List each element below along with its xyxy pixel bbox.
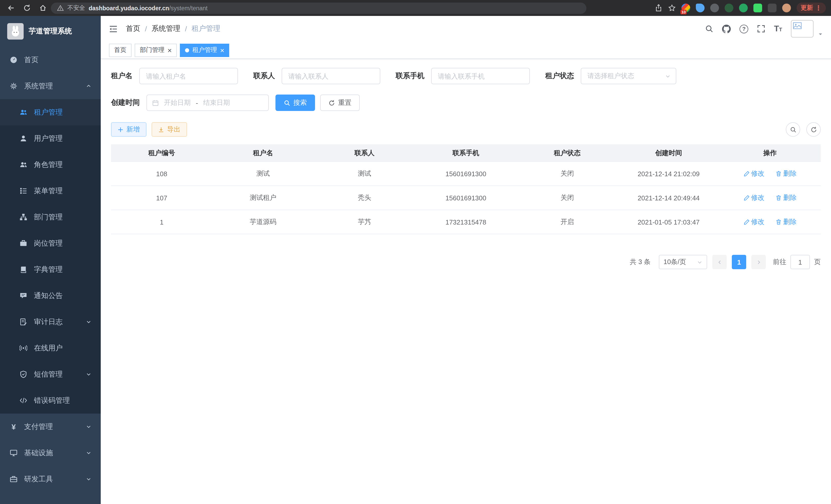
export-button[interactable]: 导出	[152, 122, 187, 137]
breadcrumb-current: 租户管理	[192, 24, 221, 33]
date-start-placeholder[interactable]: 开始日期	[164, 98, 191, 108]
breadcrumb-home[interactable]: 首页	[126, 24, 140, 33]
col-header: 联系人	[314, 148, 415, 157]
share-icon[interactable]	[655, 4, 662, 12]
sidebar-item-dict[interactable]: 字典管理	[0, 256, 101, 283]
sidebar-item-system[interactable]: 系统管理	[0, 73, 101, 99]
chevron-down-icon	[86, 319, 91, 325]
browser-menu-icon[interactable]: ⋮	[815, 4, 822, 12]
extension-icon[interactable]	[710, 4, 719, 12]
sidebar-item-dev-tools[interactable]: 研发工具	[0, 466, 101, 492]
page-number-button[interactable]: 1	[732, 255, 746, 269]
edit-link[interactable]: 修改	[743, 193, 765, 202]
breadcrumb-system[interactable]: 系统管理	[152, 24, 180, 33]
extension-icon[interactable]	[725, 4, 733, 12]
browser-reload-icon[interactable]	[23, 4, 31, 12]
status-select[interactable]: 请选择租户状态	[581, 68, 676, 84]
search-button[interactable]: 搜索	[276, 94, 315, 111]
sidebar-item-label: 租户管理	[34, 108, 63, 117]
url-path: /system/tenant	[169, 5, 208, 11]
reset-button[interactable]: 重置	[320, 94, 360, 111]
export-label: 导出	[167, 125, 180, 134]
toggle-search-button[interactable]	[786, 122, 800, 137]
extension-icon[interactable]	[768, 4, 776, 12]
sidebar-item-audit-log[interactable]: 审计日志	[0, 309, 101, 335]
contact-input[interactable]	[282, 68, 380, 84]
date-range-picker[interactable]: 开始日期 - 结束日期	[146, 94, 269, 111]
cell-phone: 15601691300	[415, 194, 517, 202]
sidebar-item-tenant[interactable]: 租户管理	[0, 99, 101, 125]
col-header: 创建时间	[618, 148, 719, 157]
tenant-name-input[interactable]	[139, 68, 238, 84]
sidebar-item-menu[interactable]: 菜单管理	[0, 178, 101, 204]
help-icon[interactable]	[740, 24, 748, 33]
sidebar-item-sms[interactable]: 短信管理	[0, 361, 101, 387]
sidebar-item-role[interactable]: 角色管理	[0, 152, 101, 178]
sidebar-item-post[interactable]: 岗位管理	[0, 230, 101, 256]
fullscreen-icon[interactable]	[757, 25, 765, 33]
page-unit-label: 页	[814, 258, 821, 267]
edit-link[interactable]: 修改	[743, 217, 765, 227]
sidebar-item-error-code[interactable]: 错误码管理	[0, 387, 101, 414]
sidebar-item-label: 用户管理	[34, 134, 63, 143]
add-button[interactable]: 新增	[111, 122, 146, 137]
bookmark-star-icon[interactable]	[668, 4, 676, 12]
phone-input[interactable]	[431, 68, 530, 84]
avatar[interactable]	[791, 20, 813, 37]
extension-badge: 10	[681, 10, 687, 14]
chevron-down-icon	[86, 450, 91, 456]
breadcrumb-separator: /	[185, 25, 187, 33]
page-size-select[interactable]: 10条/页	[659, 255, 707, 269]
extension-icon[interactable]	[782, 4, 791, 12]
sidebar-item-label: 通知公告	[34, 291, 63, 300]
url-bar[interactable]: 不安全 dashboard.yudao.iocoder.cn/system/te…	[51, 2, 586, 13]
edit-label: 修改	[751, 169, 765, 178]
app-logo-row[interactable]: 芋道管理系统	[0, 16, 101, 47]
close-icon[interactable]	[220, 47, 224, 54]
extension-icon[interactable]	[753, 4, 762, 12]
sidebar-item-pay[interactable]: 支付管理	[0, 414, 101, 440]
sidebar-fold-icon[interactable]	[109, 24, 118, 33]
tab-home[interactable]: 首页	[109, 43, 132, 57]
font-size-icon[interactable]	[774, 25, 782, 33]
security-label: 不安全	[67, 4, 85, 12]
tab-tenant[interactable]: 租户管理	[180, 43, 229, 57]
security-warning-icon[interactable]	[57, 5, 64, 11]
prev-page-button[interactable]	[712, 255, 727, 269]
sidebar-item-online-users[interactable]: 在线用户	[0, 335, 101, 361]
cell-status: 关闭	[516, 169, 618, 178]
edit-label: 修改	[751, 193, 765, 202]
sidebar-item-label: 角色管理	[34, 160, 63, 169]
edit-link[interactable]: 修改	[743, 169, 765, 178]
extension-icon[interactable]	[739, 4, 748, 12]
goto-page-input[interactable]	[791, 255, 810, 269]
extension-icon[interactable]	[696, 4, 705, 12]
create-time-label: 创建时间	[111, 98, 140, 108]
browser-home-icon[interactable]	[39, 4, 47, 12]
sidebar-item-infra[interactable]: 基础设施	[0, 440, 101, 466]
add-label: 新增	[126, 125, 140, 134]
sidebar-item-dept[interactable]: 部门管理	[0, 204, 101, 230]
extension-icon[interactable]: 10	[682, 4, 690, 12]
sidebar-item-label: 首页	[24, 55, 38, 64]
sidebar-item-user[interactable]: 用户管理	[0, 125, 101, 152]
cell-contact: 秃头	[314, 193, 415, 202]
github-icon[interactable]	[722, 24, 731, 33]
close-icon[interactable]	[168, 47, 172, 54]
avatar-caret-icon[interactable]	[818, 21, 823, 36]
sidebar-item-label: 研发工具	[24, 474, 53, 484]
delete-link[interactable]: 删除	[775, 217, 797, 227]
sidebar-item-notice[interactable]: 通知公告	[0, 283, 101, 309]
next-page-button[interactable]	[751, 255, 766, 269]
cell-tenant-id: 1	[111, 218, 212, 226]
browser-back-icon[interactable]	[7, 4, 15, 12]
delete-link[interactable]: 删除	[775, 193, 797, 202]
refresh-table-button[interactable]	[806, 122, 821, 137]
date-end-placeholder[interactable]: 结束日期	[203, 98, 230, 108]
delete-link[interactable]: 删除	[775, 169, 797, 178]
tab-dept[interactable]: 部门管理	[135, 43, 177, 57]
sidebar-item-home[interactable]: 首页	[0, 47, 101, 73]
update-label: 更新	[801, 4, 813, 12]
browser-update-button[interactable]: 更新 ⋮	[797, 3, 826, 13]
header-search-icon[interactable]	[705, 25, 713, 33]
